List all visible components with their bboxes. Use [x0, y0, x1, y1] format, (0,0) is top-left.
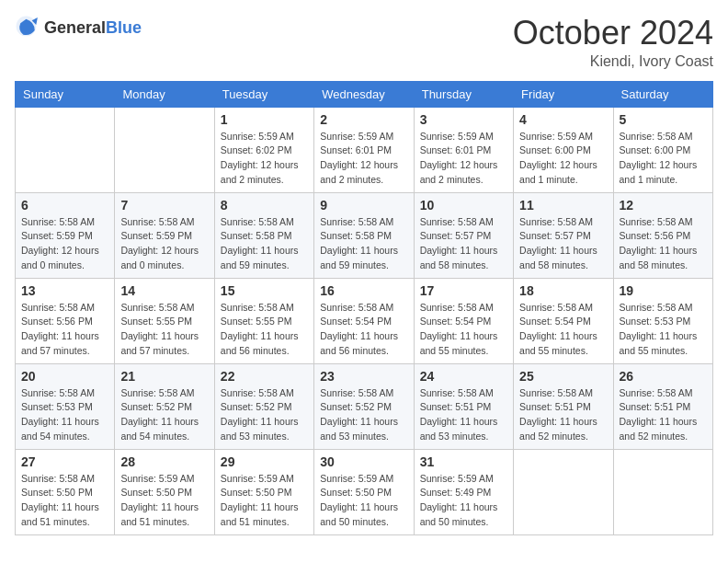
logo: GeneralBlue	[15, 15, 142, 40]
day-number: 2	[320, 112, 407, 127]
weekday-header-monday: Monday	[115, 81, 214, 107]
calendar-cell	[115, 107, 214, 192]
calendar-cell: 14Sunrise: 5:58 AMSunset: 5:55 PMDayligh…	[115, 278, 214, 363]
week-row-1: 6Sunrise: 5:58 AMSunset: 5:59 PMDaylight…	[16, 192, 713, 278]
calendar-cell: 21Sunrise: 5:58 AMSunset: 5:52 PMDayligh…	[115, 363, 214, 449]
calendar-table: SundayMondayTuesdayWednesdayThursdayFrid…	[15, 81, 713, 535]
day-detail: Sunrise: 5:59 AMSunset: 6:01 PMDaylight:…	[420, 130, 507, 188]
calendar-cell: 6Sunrise: 5:58 AMSunset: 5:59 PMDaylight…	[16, 192, 115, 278]
calendar-cell: 8Sunrise: 5:58 AMSunset: 5:58 PMDaylight…	[214, 192, 313, 278]
calendar-cell: 30Sunrise: 5:59 AMSunset: 5:50 PMDayligh…	[314, 449, 414, 534]
day-number: 16	[320, 283, 407, 298]
calendar-cell: 31Sunrise: 5:59 AMSunset: 5:49 PMDayligh…	[414, 449, 513, 534]
day-number: 4	[519, 112, 607, 127]
calendar-cell: 15Sunrise: 5:58 AMSunset: 5:55 PMDayligh…	[214, 278, 313, 363]
day-detail: Sunrise: 5:58 AMSunset: 5:59 PMDaylight:…	[21, 215, 108, 273]
day-number: 24	[420, 369, 507, 384]
calendar-cell: 17Sunrise: 5:58 AMSunset: 5:54 PMDayligh…	[414, 278, 513, 363]
day-detail: Sunrise: 5:58 AMSunset: 5:52 PMDaylight:…	[120, 386, 208, 444]
day-detail: Sunrise: 5:58 AMSunset: 5:59 PMDaylight:…	[120, 215, 208, 273]
calendar-cell: 9Sunrise: 5:58 AMSunset: 5:58 PMDaylight…	[314, 192, 414, 278]
day-number: 15	[221, 283, 308, 298]
weekday-header-row: SundayMondayTuesdayWednesdayThursdayFrid…	[16, 81, 713, 107]
day-detail: Sunrise: 5:59 AMSunset: 6:01 PMDaylight:…	[320, 130, 407, 188]
calendar-cell: 11Sunrise: 5:58 AMSunset: 5:57 PMDayligh…	[514, 192, 613, 278]
calendar-cell: 20Sunrise: 5:58 AMSunset: 5:53 PMDayligh…	[16, 363, 115, 449]
week-row-4: 27Sunrise: 5:58 AMSunset: 5:50 PMDayligh…	[16, 449, 713, 534]
calendar-cell: 12Sunrise: 5:58 AMSunset: 5:56 PMDayligh…	[613, 192, 712, 278]
day-number: 28	[120, 454, 208, 469]
day-detail: Sunrise: 5:58 AMSunset: 5:57 PMDaylight:…	[519, 215, 607, 273]
day-detail: Sunrise: 5:58 AMSunset: 5:52 PMDaylight:…	[320, 386, 407, 444]
day-detail: Sunrise: 5:58 AMSunset: 5:53 PMDaylight:…	[21, 386, 108, 444]
calendar-cell: 22Sunrise: 5:58 AMSunset: 5:52 PMDayligh…	[214, 363, 313, 449]
week-row-3: 20Sunrise: 5:58 AMSunset: 5:53 PMDayligh…	[16, 363, 713, 449]
day-number: 9	[320, 198, 407, 213]
day-number: 5	[620, 112, 707, 127]
day-number: 18	[519, 283, 607, 298]
day-number: 31	[420, 454, 507, 469]
calendar-cell: 29Sunrise: 5:59 AMSunset: 5:50 PMDayligh…	[214, 449, 313, 534]
weekday-header-saturday: Saturday	[613, 81, 712, 107]
calendar-cell: 7Sunrise: 5:58 AMSunset: 5:59 PMDaylight…	[115, 192, 214, 278]
day-detail: Sunrise: 5:59 AMSunset: 6:02 PMDaylight:…	[221, 130, 308, 188]
day-detail: Sunrise: 5:59 AMSunset: 5:49 PMDaylight:…	[420, 472, 507, 530]
day-number: 17	[420, 283, 507, 298]
day-number: 27	[21, 454, 108, 469]
day-number: 29	[221, 454, 308, 469]
calendar-cell	[613, 449, 712, 534]
calendar-cell: 13Sunrise: 5:58 AMSunset: 5:56 PMDayligh…	[16, 278, 115, 363]
day-number: 1	[221, 112, 308, 127]
week-row-2: 13Sunrise: 5:58 AMSunset: 5:56 PMDayligh…	[16, 278, 713, 363]
day-detail: Sunrise: 5:58 AMSunset: 5:58 PMDaylight:…	[221, 215, 308, 273]
day-number: 10	[420, 198, 507, 213]
day-detail: Sunrise: 5:59 AMSunset: 5:50 PMDaylight:…	[120, 472, 208, 530]
day-detail: Sunrise: 5:58 AMSunset: 5:52 PMDaylight:…	[221, 386, 308, 444]
day-detail: Sunrise: 5:59 AMSunset: 5:50 PMDaylight:…	[320, 472, 407, 530]
logo-text-general: General	[44, 18, 106, 37]
day-detail: Sunrise: 5:58 AMSunset: 5:54 PMDaylight:…	[420, 301, 507, 359]
day-number: 6	[21, 198, 108, 213]
day-number: 14	[120, 283, 208, 298]
day-detail: Sunrise: 5:58 AMSunset: 6:00 PMDaylight:…	[620, 130, 707, 188]
day-number: 26	[620, 369, 707, 384]
day-number: 19	[620, 283, 707, 298]
calendar-cell: 23Sunrise: 5:58 AMSunset: 5:52 PMDayligh…	[314, 363, 414, 449]
day-number: 30	[320, 454, 407, 469]
day-number: 7	[120, 198, 208, 213]
calendar-cell: 18Sunrise: 5:58 AMSunset: 5:54 PMDayligh…	[514, 278, 613, 363]
weekday-header-thursday: Thursday	[414, 81, 513, 107]
week-row-0: 1Sunrise: 5:59 AMSunset: 6:02 PMDaylight…	[16, 107, 713, 192]
day-detail: Sunrise: 5:58 AMSunset: 5:56 PMDaylight:…	[21, 301, 108, 359]
calendar-cell: 3Sunrise: 5:59 AMSunset: 6:01 PMDaylight…	[414, 107, 513, 192]
calendar-cell: 24Sunrise: 5:58 AMSunset: 5:51 PMDayligh…	[414, 363, 513, 449]
day-number: 3	[420, 112, 507, 127]
day-detail: Sunrise: 5:59 AMSunset: 5:50 PMDaylight:…	[221, 472, 308, 530]
day-detail: Sunrise: 5:58 AMSunset: 5:54 PMDaylight:…	[320, 301, 407, 359]
logo-text-blue: Blue	[106, 18, 142, 37]
calendar-cell: 25Sunrise: 5:58 AMSunset: 5:51 PMDayligh…	[514, 363, 613, 449]
calendar-cell	[16, 107, 115, 192]
weekday-header-sunday: Sunday	[16, 81, 115, 107]
calendar-cell: 10Sunrise: 5:58 AMSunset: 5:57 PMDayligh…	[414, 192, 513, 278]
day-number: 20	[21, 369, 108, 384]
day-number: 25	[519, 369, 607, 384]
day-number: 8	[221, 198, 308, 213]
day-detail: Sunrise: 5:59 AMSunset: 6:00 PMDaylight:…	[519, 130, 607, 188]
logo-icon	[15, 15, 40, 40]
day-number: 23	[320, 369, 407, 384]
day-number: 13	[21, 283, 108, 298]
calendar-cell: 5Sunrise: 5:58 AMSunset: 6:00 PMDaylight…	[613, 107, 712, 192]
day-number: 12	[620, 198, 707, 213]
calendar-cell: 16Sunrise: 5:58 AMSunset: 5:54 PMDayligh…	[314, 278, 414, 363]
day-detail: Sunrise: 5:58 AMSunset: 5:55 PMDaylight:…	[120, 301, 208, 359]
day-detail: Sunrise: 5:58 AMSunset: 5:53 PMDaylight:…	[620, 301, 707, 359]
calendar-cell: 27Sunrise: 5:58 AMSunset: 5:50 PMDayligh…	[16, 449, 115, 534]
weekday-header-friday: Friday	[514, 81, 613, 107]
day-detail: Sunrise: 5:58 AMSunset: 5:55 PMDaylight:…	[221, 301, 308, 359]
month-title: October 2024	[513, 15, 713, 52]
calendar-cell: 19Sunrise: 5:58 AMSunset: 5:53 PMDayligh…	[613, 278, 712, 363]
day-detail: Sunrise: 5:58 AMSunset: 5:58 PMDaylight:…	[320, 215, 407, 273]
page-header: GeneralBlue October 2024 Kiendi, Ivory C…	[15, 15, 713, 70]
day-detail: Sunrise: 5:58 AMSunset: 5:57 PMDaylight:…	[420, 215, 507, 273]
